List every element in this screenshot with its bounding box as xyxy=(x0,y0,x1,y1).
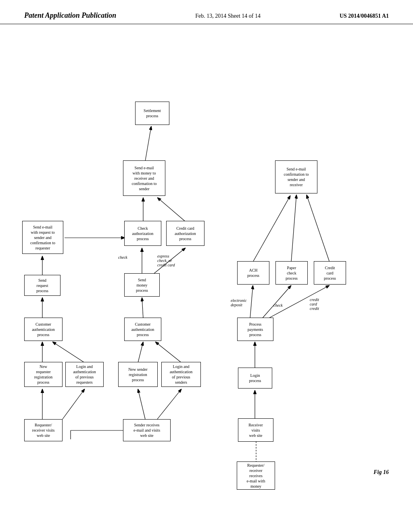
svg-line-15 xyxy=(157,197,186,222)
requester-visits-box: Requester/receiver visitsweb site xyxy=(24,419,63,441)
send-request-box: Sendrequestprocess xyxy=(24,275,60,296)
svg-line-8 xyxy=(157,389,181,419)
send-email-confirm-box: Send e-mailwith money toreceiver andconf… xyxy=(123,160,165,196)
svg-line-22 xyxy=(262,285,291,318)
check-label: check xyxy=(118,255,127,260)
receiver-visits-box: Receivervisitsweb site xyxy=(238,418,273,442)
login-process-box: Loginprocess xyxy=(238,368,272,389)
express-label: expresscheck, orcredit card xyxy=(157,254,175,267)
svg-line-16 xyxy=(145,126,151,161)
credit-card-credit-label: creditcardcredit xyxy=(310,297,319,311)
svg-line-21 xyxy=(250,285,253,318)
process-payments-box: Processpaymentsprocess xyxy=(237,318,273,341)
diagram-area: Requester/receiver visitsweb site Newreq… xyxy=(0,24,413,500)
customer-auth1-box: Customerauthenticationprocess xyxy=(24,318,63,341)
svg-line-9 xyxy=(138,342,143,363)
check-auth-box: Checkauthorizationprocess xyxy=(124,221,161,246)
svg-line-25 xyxy=(291,195,296,262)
paper-check-box: Papercheckprocess xyxy=(275,261,308,285)
svg-line-7 xyxy=(138,389,145,419)
requester-receiver-box: Requester/receiverreceivese-mail withmon… xyxy=(237,461,275,490)
new-sender-reg-box: New senderregistrationprocess xyxy=(118,362,158,387)
login-senders-box: Login andauthenticationof previoussender… xyxy=(161,362,201,387)
send-email-req-box: Send e-mailwith request tosender andconf… xyxy=(22,221,63,254)
header-left: Patent Application Publication xyxy=(24,11,116,20)
settlement-box: Settlementprocess xyxy=(135,102,169,125)
header-center: Feb. 13, 2014 Sheet 14 of 14 xyxy=(195,11,261,19)
svg-line-2 xyxy=(63,389,85,419)
svg-line-26 xyxy=(307,195,330,262)
login-requesters-box: Login andauthenticationof previousreques… xyxy=(65,362,104,387)
customer-auth2-box: Customerauthenticationprocess xyxy=(124,318,161,341)
sender-visits-box: Sender receivese-mail and visitsweb site xyxy=(123,419,171,441)
svg-line-24 xyxy=(253,195,290,262)
svg-line-11 xyxy=(142,297,143,318)
ach-box: ACHprocess xyxy=(237,261,269,285)
send-email-sender-recv-box: Send e-mailconfirmation tosender andrece… xyxy=(275,160,317,193)
check-label2: check xyxy=(273,303,283,308)
header-right: US 2014/0046851 A1 xyxy=(340,11,389,19)
page-header: Patent Application Publication Feb. 13, … xyxy=(0,0,413,24)
cc-auth-box: Credit cardauthorizationprocess xyxy=(166,221,204,246)
credit-card2-box: Creditcardprocess xyxy=(314,261,346,285)
electronic-deposit-label: electronicdeposit xyxy=(231,298,247,307)
send-money-box: Sendmoneyprocess xyxy=(124,273,160,297)
svg-line-23 xyxy=(268,285,330,318)
svg-line-4 xyxy=(52,342,85,363)
new-requester-reg-box: Newrequesterregistrationprocess xyxy=(24,362,63,387)
fig-label: Fig 16 xyxy=(373,469,389,476)
svg-line-10 xyxy=(155,342,181,363)
